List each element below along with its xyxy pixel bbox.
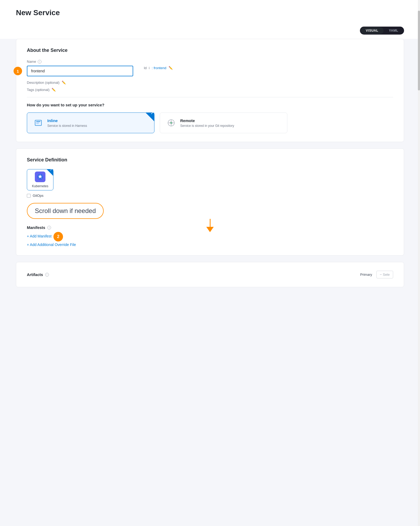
add-manifest-link[interactable]: + Add Manifest — [27, 234, 52, 238]
service-definition-title: Service Definition — [27, 157, 393, 163]
step-2-badge: 2 — [53, 232, 63, 241]
manifests-title: Manifests — [27, 225, 45, 230]
id-field-group: Id i : frontend ✏️ — [144, 66, 173, 70]
name-info-icon: i — [38, 60, 41, 64]
remote-option-text: Remote Service is stored in your Git rep… — [180, 118, 234, 128]
k8s-check-corner — [47, 169, 53, 176]
scrollbar-thumb[interactable] — [418, 11, 420, 90]
id-label: Id — [144, 66, 147, 70]
scrollbar-track[interactable] — [418, 0, 420, 526]
artifacts-info-icon: i — [45, 273, 49, 277]
artifacts-title: Artifacts — [27, 272, 43, 277]
add-manifest-row: + Add Manifest 2 — [27, 234, 393, 238]
svg-rect-3 — [36, 123, 39, 124]
about-section: About the Service Name i 1 Id i : — [16, 39, 404, 142]
svg-point-11 — [39, 176, 41, 178]
kubernetes-label: Kubernetes — [32, 184, 48, 188]
inline-icon — [33, 118, 43, 128]
page-title: New Service — [16, 9, 404, 17]
inline-title: Inline — [47, 118, 87, 123]
artifacts-header: Artifacts i Primary − Sele — [27, 271, 393, 278]
add-override-row: + Add Additional Override File — [27, 243, 393, 247]
name-label: Name i — [27, 60, 133, 64]
main-content: About the Service Name i 1 Id i : — [0, 39, 420, 298]
svg-rect-1 — [36, 121, 40, 122]
remote-description: Service is stored in your Git repository — [180, 124, 234, 128]
id-info-icon: i — [149, 66, 150, 70]
kubernetes-icon — [35, 172, 45, 182]
add-override-link[interactable]: + Add Additional Override File — [27, 243, 393, 247]
tags-edit-icon[interactable]: ✏️ — [52, 88, 56, 92]
inline-option-text: Inline Service is stored in Harness — [47, 118, 87, 128]
svg-rect-2 — [36, 122, 39, 123]
artifacts-section: Artifacts i Primary − Sele — [16, 262, 404, 287]
view-toggle: VISUAL YAML — [360, 27, 404, 35]
view-toggle-row: VISUAL YAML — [0, 22, 420, 39]
yaml-toggle[interactable]: YAML — [384, 27, 404, 34]
scroll-box: Scroll down if needed — [27, 203, 104, 219]
gitops-checkbox[interactable] — [27, 194, 31, 198]
option-cards: Inline Service is stored in Harness — [27, 112, 393, 133]
gitops-row: GitOps — [27, 194, 393, 198]
kubernetes-card[interactable]: Kubernetes — [27, 169, 53, 190]
artifacts-primary-area: Primary − Sele — [360, 271, 393, 278]
description-edit-icon[interactable]: ✏️ — [62, 81, 66, 85]
description-field[interactable]: Description (optional) ✏️ — [27, 81, 393, 85]
arrow-line — [210, 219, 211, 227]
name-id-row: Name i 1 Id i : frontend ✏️ — [27, 60, 393, 76]
divider — [27, 97, 393, 97]
name-field-group: Name i 1 — [27, 60, 133, 76]
inline-check-mark — [146, 113, 154, 121]
header-area: New Service — [0, 0, 420, 22]
id-value: : frontend — [152, 66, 166, 70]
inline-option-card[interactable]: Inline Service is stored in Harness — [27, 112, 154, 133]
remote-option-card[interactable]: Remote Service is stored in your Git rep… — [160, 112, 287, 133]
name-input-wrapper: 1 — [27, 66, 133, 76]
about-section-title: About the Service — [27, 48, 393, 53]
scroll-annotation: Scroll down if needed — [27, 203, 393, 219]
step-1-badge: 1 — [14, 67, 22, 75]
artifacts-title-row: Artifacts i — [27, 272, 49, 277]
primary-label: Primary — [360, 273, 372, 277]
tags-field[interactable]: Tags (optional) ✏️ — [27, 88, 393, 92]
gitops-label: GitOps — [33, 194, 43, 198]
manifests-info-icon: i — [47, 226, 51, 229]
remote-title: Remote — [180, 118, 234, 123]
inline-description: Service is stored in Harness — [47, 124, 87, 128]
scroll-arrow — [206, 219, 214, 232]
primary-select-button[interactable]: − Sele — [376, 271, 393, 278]
visual-toggle[interactable]: VISUAL — [360, 27, 384, 34]
arrow-head — [206, 227, 214, 232]
setup-question: How do you want to set up your service? — [27, 103, 393, 107]
page-wrapper: New Service VISUAL YAML About the Servic… — [0, 0, 420, 298]
service-name-input[interactable] — [27, 66, 133, 76]
id-edit-icon[interactable]: ✏️ — [169, 66, 173, 70]
service-definition-section: Service Definition Kubernetes GitOps — [16, 148, 404, 256]
remote-icon — [166, 118, 176, 128]
